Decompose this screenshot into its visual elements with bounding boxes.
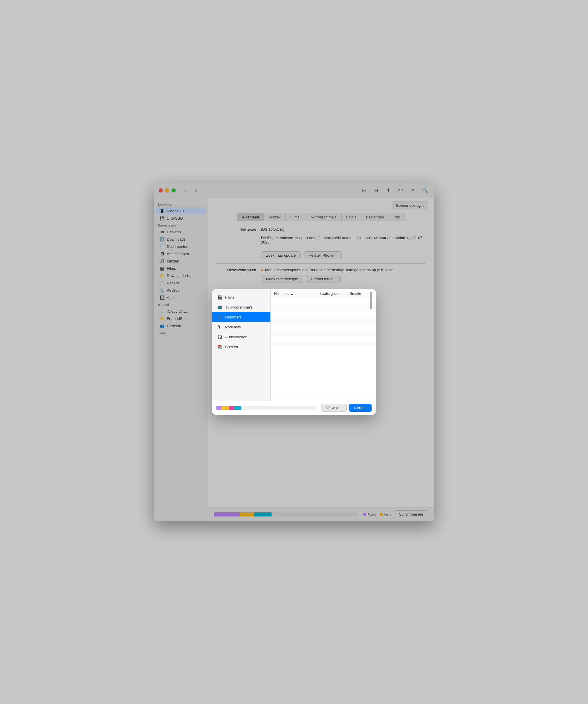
- modal-podcasts-label: Podcasts: [225, 325, 241, 329]
- modal-item-audioboeken[interactable]: 🎧 Audioboeken: [212, 332, 271, 342]
- col-name-label: Nummers: [274, 292, 289, 296]
- table-col-name[interactable]: Nummers ▲: [274, 292, 320, 296]
- modal-footer: Verwijder Gereed: [212, 401, 376, 415]
- modal-item-tv[interactable]: 📺 Tv-programma's: [212, 302, 271, 312]
- modal-sidebar: 🎬 Films 📺 Tv-programma's 🎵 Nummers 🎙 Pod…: [212, 289, 271, 401]
- cell-size: [352, 319, 372, 324]
- modal-item-boeken[interactable]: 📚 Boeken: [212, 342, 271, 352]
- table-row[interactable]: [271, 298, 376, 303]
- modal-storage-bar: [217, 406, 316, 410]
- table-col-date[interactable]: Laatst geope...: [320, 292, 349, 296]
- modal-item-nummers[interactable]: 🎵 Nummers: [212, 312, 271, 322]
- scrollbar-thumb: [370, 292, 372, 309]
- table-row[interactable]: [271, 341, 376, 346]
- modal-content: Nummers ▲ Laatst geope... Grootte: [271, 289, 376, 401]
- modal-footer-buttons: Verwijder Gereed: [321, 404, 371, 412]
- modal-nummers-label: Nummers: [225, 315, 241, 319]
- modal-tv-label: Tv-programma's: [225, 305, 252, 309]
- table-row[interactable]: .: [271, 317, 376, 326]
- finder-window: ‹ › ⊞ ⊟ ⬆ 🏷 ≡ 🔍 Locaties 📱 iPhone 13... …: [154, 183, 434, 521]
- table-row[interactable]: [271, 331, 376, 336]
- sort-indicator: ▲: [291, 292, 293, 295]
- modal-item-podcasts[interactable]: 🎙 Podcasts: [212, 322, 271, 332]
- table-row[interactable]: .: [271, 303, 376, 312]
- modal-storage-free: [241, 406, 316, 410]
- modal-dialog: 🎬 Films 📺 Tv-programma's 🎵 Nummers 🎙 Pod…: [212, 289, 376, 415]
- modal-storage-pink: [229, 406, 234, 410]
- modal-films-icon: 🎬: [217, 295, 222, 300]
- modal-storage-apps: [221, 406, 229, 410]
- table-row[interactable]: [271, 346, 376, 351]
- done-button[interactable]: Gereed: [349, 404, 371, 412]
- modal-table-header: Nummers ▲ Laatst geope... Grootte: [271, 289, 376, 298]
- table-row[interactable]: [271, 336, 376, 341]
- scrollbar-track[interactable]: [370, 292, 372, 296]
- table-row[interactable]: [271, 326, 376, 331]
- modal-audioboeken-icon: 🎧: [217, 334, 222, 340]
- table-row[interactable]: [271, 312, 376, 317]
- cell-date: .: [322, 306, 352, 310]
- delete-button[interactable]: Verwijder: [321, 404, 347, 412]
- table-col-size[interactable]: Grootte: [349, 292, 370, 296]
- modal-body: 🎬 Films 📺 Tv-programma's 🎵 Nummers 🎙 Pod…: [212, 289, 376, 401]
- modal-tv-icon: 📺: [217, 304, 222, 310]
- modal-audioboeken-label: Audioboeken: [225, 335, 247, 339]
- cell-date: .: [322, 319, 352, 324]
- modal-item-films[interactable]: 🎬 Films: [212, 292, 271, 302]
- modal-boeken-icon: 📚: [217, 344, 222, 349]
- cell-name: [274, 319, 322, 324]
- modal-storage-cyan: [234, 406, 241, 410]
- modal-storage-fotos: [217, 406, 221, 410]
- modal-overlay: 🎬 Films 📺 Tv-programma's 🎵 Nummers 🎙 Pod…: [154, 183, 434, 521]
- modal-nummers-icon: 🎵: [217, 314, 222, 319]
- modal-boeken-label: Boeken: [225, 345, 238, 349]
- cell-size: [352, 306, 372, 310]
- modal-podcasts-icon: 🎙: [217, 324, 222, 330]
- cell-name: [274, 306, 322, 310]
- modal-films-label: Films: [225, 295, 234, 299]
- modal-table-body: . .: [271, 298, 376, 401]
